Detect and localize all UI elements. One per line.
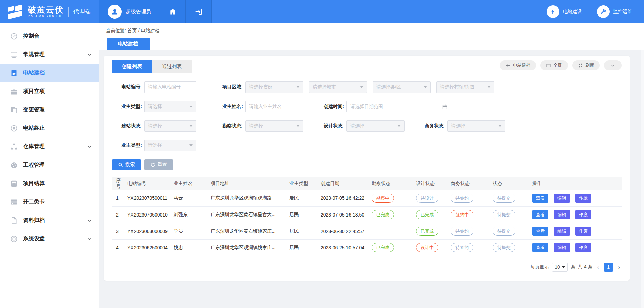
archive-icon: [10, 217, 18, 225]
view-button[interactable]: 查看: [532, 243, 548, 252]
owner-type-cell: 居民: [287, 206, 319, 223]
filter-form: 电站编号:请输入电站编号项目区域:请选择省份请选择城市请选择县/区请选择村镇/街…: [112, 73, 622, 151]
view-button[interactable]: 查看: [532, 227, 548, 236]
city-select[interactable]: 请选择城市: [309, 81, 367, 93]
station-code-input[interactable]: 请输入电站编号: [144, 81, 196, 93]
sidebar-item-电站建档[interactable]: 电站建档: [0, 64, 99, 82]
town-select[interactable]: 请选择村镇/街道: [436, 81, 494, 93]
table-row: 1YX2023070500011马云广东深圳龙华区观澜镇观湖路...居民2023…: [112, 190, 622, 206]
design-status-select[interactable]: 请选择: [346, 120, 405, 132]
view-button[interactable]: 查看: [532, 210, 548, 219]
edit-button[interactable]: 编辑: [554, 194, 570, 203]
project-address-cell: 广东深圳龙华区观澜镇姚家庄...: [209, 239, 287, 256]
card-icon: [10, 198, 18, 206]
toolbar-button-label: 全屏: [553, 62, 562, 68]
sidebar-item-电站终止[interactable]: 电站终止: [0, 119, 99, 137]
status-badge: 待设计: [416, 194, 438, 203]
status-badge: 待签约: [451, 243, 473, 252]
void-button[interactable]: 作废: [575, 194, 591, 203]
filter-design-status: 设计状态:请选择: [314, 120, 405, 132]
sidebar-item-工程管理[interactable]: 工程管理: [0, 156, 99, 174]
sidebar-item-资料归档[interactable]: 资料归档: [0, 211, 99, 230]
refresh-button[interactable]: 刷新: [572, 60, 600, 70]
brand-title: 破茧云伏: [28, 5, 64, 15]
gauge-icon: [10, 161, 18, 169]
page-tab[interactable]: 电站建档: [107, 38, 150, 50]
chevron-down-icon: [189, 125, 193, 127]
lightning-icon: [547, 5, 559, 18]
reset-label: 重置: [158, 162, 167, 168]
status-badge: 待提交: [493, 227, 515, 236]
status-badge: 待提交: [493, 194, 515, 203]
chevron-down-icon: [87, 52, 92, 57]
view-button[interactable]: 查看: [532, 194, 548, 203]
search-button[interactable]: 搜索: [112, 159, 141, 170]
current-user[interactable]: 超级管理员: [99, 0, 160, 23]
sidebar-item-系统设置[interactable]: 系统设置: [0, 230, 99, 248]
calculator-icon: [10, 180, 18, 188]
void-button[interactable]: 作废: [575, 210, 591, 219]
created-range-input[interactable]: 请选择日期范围: [346, 101, 451, 112]
sitemap-icon: [10, 143, 18, 151]
survey-status-cell: [370, 223, 414, 239]
survey-status-cell: 已完成: [370, 206, 414, 223]
sidebar-item-常规管理[interactable]: 常规管理: [0, 45, 99, 64]
pagination: 每页显示 10 条, 共 4 条 ‹ 1 ›: [112, 263, 622, 272]
chevron-down-icon: [189, 106, 193, 108]
filter-actions: 搜索 重置: [112, 159, 622, 170]
sidebar-item-控制台[interactable]: 控制台: [0, 27, 99, 45]
column-header-操作: 操作: [530, 177, 622, 190]
business-status-select[interactable]: 请选择: [447, 120, 505, 132]
sidebar-item-项目结算[interactable]: 项目结算: [0, 174, 99, 193]
card-tabs-row: 创建列表通过列表 电站建档全屏刷新: [112, 60, 622, 73]
total-count-label: 条, 共 4 条: [571, 264, 592, 270]
mode-monitor-ops[interactable]: 监控运维: [597, 5, 632, 18]
page-number-1[interactable]: 1: [604, 263, 613, 272]
home-button[interactable]: [160, 0, 186, 23]
logout-button[interactable]: [186, 0, 212, 23]
column-header-业主类型: 业主类型: [287, 177, 319, 190]
mode-station-build[interactable]: 电站建设: [547, 5, 582, 18]
sidebar-item-开二类卡[interactable]: 开二类卡: [0, 193, 99, 211]
sidebar-item-项目立项[interactable]: 项目立项: [0, 82, 99, 101]
sidebar-item-变更管理[interactable]: 变更管理: [0, 101, 99, 119]
build-status-select[interactable]: 请选择: [144, 120, 196, 132]
owner-name-input[interactable]: 请输入业主姓名: [245, 101, 303, 112]
dashboard-icon: [10, 32, 18, 40]
toolbar-button-label: 刷新: [585, 62, 594, 68]
edit-button[interactable]: 编辑: [554, 210, 570, 219]
edit-button[interactable]: 编辑: [554, 227, 570, 236]
province-select[interactable]: 请选择省份: [245, 81, 303, 93]
survey-status-select[interactable]: 请选择: [245, 120, 303, 132]
reset-button[interactable]: 重置: [144, 159, 173, 170]
create-station-button[interactable]: 电站建档: [500, 60, 536, 70]
void-button[interactable]: 作废: [575, 227, 591, 236]
sidebar-item-仓库管理[interactable]: 仓库管理: [0, 137, 99, 156]
sidebar-item-label: 工程管理: [23, 162, 45, 169]
filter-label: 设计状态:: [314, 123, 344, 129]
collapse-toolbar-button[interactable]: [604, 60, 622, 70]
created-date-cell: 2023-07-05 16:18:50: [319, 206, 370, 223]
filter-project-region: 项目区域:请选择省份请选择城市请选择县/区请选择村镇/街道: [213, 81, 494, 93]
column-header-序号: 序号: [112, 177, 125, 190]
per-page-select[interactable]: 10: [552, 263, 568, 272]
tab-创建列表[interactable]: 创建列表: [112, 60, 152, 73]
prev-page-button[interactable]: ‹: [595, 264, 601, 270]
seq-cell: 3: [112, 223, 125, 239]
owner-type-2-select[interactable]: 请选择: [144, 140, 196, 151]
survey-status-cell: 已完成: [370, 239, 414, 256]
sidebar-item-label: 控制台: [23, 33, 39, 40]
next-page-button[interactable]: ›: [616, 264, 622, 270]
actions-cell: 查看编辑作废: [530, 223, 622, 239]
owner-type-select[interactable]: 请选择: [144, 101, 196, 112]
chevron-down-icon: [296, 125, 300, 127]
tab-通过列表[interactable]: 通过列表: [152, 60, 192, 73]
fullscreen-button[interactable]: 全屏: [540, 60, 568, 70]
toolbar-button-label: 电站建档: [513, 62, 530, 68]
sidebar-item-label: 变更管理: [23, 106, 45, 113]
chevron-down-icon: [87, 236, 92, 241]
void-button[interactable]: 作废: [575, 243, 591, 252]
scrollbar[interactable]: [641, 50, 644, 308]
edit-button[interactable]: 编辑: [554, 243, 570, 252]
district-select[interactable]: 请选择县/区: [373, 81, 431, 93]
